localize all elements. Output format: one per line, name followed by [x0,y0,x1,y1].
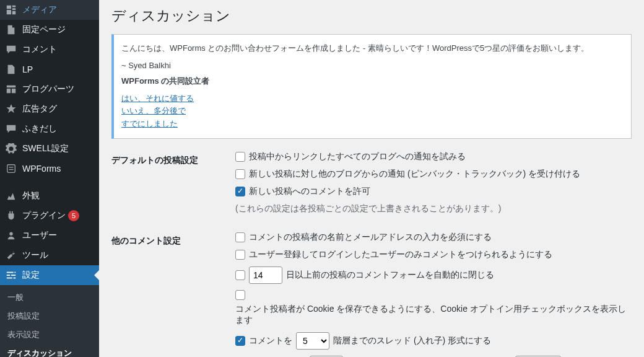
sidebar-item-label: 設定 [22,270,40,281]
cookie-optin-checkbox[interactable] [235,290,245,300]
balloon-icon [5,123,17,134]
notice-role: WPForms の共同設立者 [121,75,624,87]
page-title: ディスカッション [111,6,632,25]
wpforms-icon [5,163,17,174]
sidebar-item-label: ふきだし [22,123,57,134]
sidebar-item-label: コメント [22,44,57,55]
thread-suffix: 階層までのスレッド (入れ子) 形式にする [333,335,491,346]
svg-rect-6 [7,275,10,276]
default-post-heading: デフォルトの投稿設定 [111,151,235,166]
blog-parts-icon [5,84,17,95]
sidebar-item-lp[interactable]: LP [0,60,99,79]
svg-rect-1 [9,167,13,167]
other-comment-heading: 他のコメント設定 [111,232,235,247]
appearance-icon [5,190,17,201]
svg-rect-7 [11,275,15,276]
plugin-update-badge: 5 [68,210,79,221]
sidebar-item-settings[interactable]: 設定 [0,265,99,285]
close-old-checkbox[interactable] [235,270,245,280]
submenu-general[interactable]: 一般 [0,288,99,307]
plugin-icon [5,210,17,221]
notice-link-already[interactable]: すでにしました [121,118,624,131]
notice-message: こんにちは、WPForms とのお問い合わせフォームを作成しました - 素晴らし… [121,42,624,55]
sidebar-item-label: 外観 [22,190,40,201]
sidebar-item-wpforms[interactable]: WPForms [0,159,99,178]
comment-icon [5,44,17,55]
sidebar-item-label: 広告タグ [22,104,57,115]
sidebar-item-label: ユーザー [22,230,57,241]
sidebar-item-tools[interactable]: ツール [0,245,99,265]
sidebar-item-label: WPForms [22,164,61,174]
thread-prefix: コメントを [249,335,292,346]
sidebar-item-label: メディア [22,4,57,15]
settings-submenu: 一般 投稿設定 表示設定 ディスカッション メディア [0,285,99,357]
sidebar-item-blogparts[interactable]: ブログパーツ [0,79,99,99]
svg-rect-5 [14,272,15,273]
sidebar-item-adtag[interactable]: 広告タグ [0,99,99,119]
sidebar-item-appearance[interactable]: 外観 [0,186,99,206]
sidebar-item-media[interactable]: メディア [0,0,99,20]
pingback-in-checkbox[interactable] [235,169,245,179]
sidebar-item-pages[interactable]: 固定ページ [0,20,99,40]
gear-icon [5,143,17,154]
notice-link-later[interactable]: いいえ、多分後で [121,105,624,118]
submenu-discussion[interactable]: ディスカッション [0,344,99,357]
page-icon [5,64,17,75]
svg-rect-9 [14,278,16,279]
pingback-out-checkbox[interactable] [235,152,245,162]
thread-comments-checkbox[interactable] [235,336,245,346]
sidebar-item-swell[interactable]: SWELL設定 [0,139,99,159]
sidebar-item-label: LP [22,64,33,74]
submenu-writing[interactable]: 投稿設定 [0,307,99,325]
default-post-desc: (これらの設定は各投稿ごとの設定で上書きされることがあります。) [235,203,632,214]
close-days-input[interactable] [249,267,282,284]
admin-sidebar: メディア 固定ページ コメント LP ブログパーツ 広告タグ ふきだし SWEL… [0,0,99,357]
notice-from: ~ Syed Balkhi [121,60,624,72]
svg-rect-8 [7,278,12,279]
sidebar-item-users[interactable]: ユーザー [0,226,99,245]
sidebar-item-plugins[interactable]: プラグイン 5 [0,206,99,226]
sidebar-item-label: ブログパーツ [22,84,74,95]
require-name-email-checkbox[interactable] [235,232,245,242]
users-icon [5,230,17,241]
allow-comments-checkbox[interactable] [235,187,245,196]
svg-point-3 [9,232,12,236]
pingback-out-label: 投稿中からリンクしたすべてのブログへの通知を試みる [249,151,466,162]
svg-rect-2 [9,169,13,170]
svg-rect-4 [7,272,14,273]
cookie-optin-label: コメント投稿者が Cookie を保存できるようにする、Cookie オプトイン… [235,304,632,326]
main-content: ディスカッション こんにちは、WPForms とのお問い合わせフォームを作成しま… [99,0,644,357]
close-old-label: 日以上前の投稿のコメントフォームを自動的に閉じる [286,270,494,281]
tools-icon [5,250,17,261]
pingback-in-label: 新しい投稿に対し他のブログからの通知 (ピンバック・トラックバック) を受け付け… [249,169,580,180]
settings-icon [5,270,17,281]
media-icon [5,4,17,15]
sidebar-item-balloon[interactable]: ふきだし [0,119,99,139]
submenu-reading[interactable]: 表示設定 [0,325,99,344]
require-login-checkbox[interactable] [235,250,245,260]
allow-comments-label: 新しい投稿へのコメントを許可 [249,186,370,197]
notice-link-yes[interactable]: はい、それに値する [121,92,624,105]
sidebar-item-label: プラグイン [22,210,66,221]
require-login-label: ユーザー登録してログインしたユーザーのみコメントをつけられるようにする [249,249,552,260]
sidebar-item-comments[interactable]: コメント [0,40,99,60]
sidebar-item-label: SWELL設定 [22,143,69,154]
thread-depth-select[interactable]: 5 [296,332,329,350]
sidebar-item-label: 固定ページ [22,24,66,35]
page-icon [5,24,17,35]
wpforms-notice: こんにちは、WPForms とのお問い合わせフォームを作成しました - 素晴らし… [111,34,632,139]
svg-rect-0 [7,165,15,173]
sidebar-item-label: ツール [22,250,48,261]
require-name-email-label: コメントの投稿者の名前とメールアドレスの入力を必須にする [249,232,492,243]
star-icon [5,104,17,115]
